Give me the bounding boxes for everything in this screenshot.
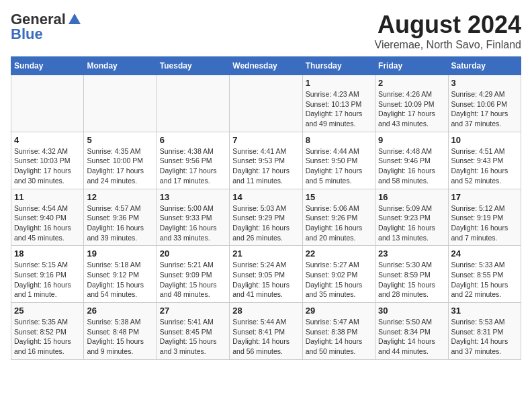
day-info: Sunrise: 5:47 AMSunset: 8:38 PMDaylight:… — [306, 317, 372, 357]
day-info: Sunrise: 5:44 AMSunset: 8:41 PMDaylight:… — [232, 317, 299, 357]
calendar-cell: 2Sunrise: 4:26 AMSunset: 10:09 PMDayligh… — [375, 75, 448, 132]
day-number: 3 — [451, 78, 518, 88]
day-info: Sunrise: 5:00 AMSunset: 9:33 PMDaylight:… — [160, 203, 226, 243]
logo: General Blue — [11, 11, 82, 43]
calendar-cell: 30Sunrise: 5:50 AMSunset: 8:34 PMDayligh… — [375, 303, 448, 360]
day-info: Sunrise: 5:21 AMSunset: 9:09 PMDaylight:… — [160, 260, 226, 300]
day-number: 4 — [14, 135, 81, 145]
day-info: Sunrise: 5:38 AMSunset: 8:48 PMDaylight:… — [87, 317, 153, 357]
calendar-cell: 27Sunrise: 5:41 AMSunset: 8:45 PMDayligh… — [157, 303, 229, 360]
calendar-cell: 28Sunrise: 5:44 AMSunset: 8:41 PMDayligh… — [230, 303, 302, 360]
weekday-header-row: SundayMondayTuesdayWednesdayThursdayFrid… — [11, 57, 521, 75]
page-title: August 2024 — [375, 11, 521, 39]
day-info: Sunrise: 5:30 AMSunset: 8:59 PMDaylight:… — [378, 260, 445, 300]
logo-blue: Blue — [11, 26, 43, 43]
day-number: 1 — [306, 78, 372, 88]
calendar-cell: 25Sunrise: 5:35 AMSunset: 8:52 PMDayligh… — [11, 303, 84, 360]
calendar-cell: 5Sunrise: 4:35 AMSunset: 10:00 PMDayligh… — [84, 132, 157, 189]
calendar-week-row: 1Sunrise: 4:23 AMSunset: 10:13 PMDayligh… — [11, 75, 521, 132]
weekday-header-sunday: Sunday — [11, 57, 84, 75]
calendar-cell — [230, 75, 302, 132]
calendar-cell: 9Sunrise: 4:48 AMSunset: 9:46 PMDaylight… — [375, 132, 448, 189]
calendar-cell: 15Sunrise: 5:06 AMSunset: 9:26 PMDayligh… — [302, 189, 375, 246]
day-info: Sunrise: 4:26 AMSunset: 10:09 PMDaylight… — [378, 89, 445, 129]
calendar-cell: 13Sunrise: 5:00 AMSunset: 9:33 PMDayligh… — [157, 189, 229, 246]
calendar-cell: 17Sunrise: 5:12 AMSunset: 9:19 PMDayligh… — [448, 189, 521, 246]
day-info: Sunrise: 4:23 AMSunset: 10:13 PMDaylight… — [306, 89, 372, 129]
calendar-cell: 23Sunrise: 5:30 AMSunset: 8:59 PMDayligh… — [375, 246, 448, 303]
svg-marker-0 — [69, 13, 81, 24]
calendar-cell: 22Sunrise: 5:27 AMSunset: 9:02 PMDayligh… — [302, 246, 375, 303]
day-info: Sunrise: 4:35 AMSunset: 10:00 PMDaylight… — [87, 146, 153, 186]
day-number: 21 — [232, 248, 299, 259]
day-number: 24 — [451, 248, 518, 259]
day-number: 30 — [378, 306, 445, 316]
day-info: Sunrise: 5:18 AMSunset: 9:12 PMDaylight:… — [87, 260, 153, 300]
day-info: Sunrise: 5:12 AMSunset: 9:19 PMDaylight:… — [451, 203, 518, 243]
calendar-cell: 3Sunrise: 4:29 AMSunset: 10:06 PMDayligh… — [448, 75, 521, 132]
day-number: 9 — [378, 135, 445, 145]
day-number: 20 — [160, 248, 226, 259]
calendar-cell: 29Sunrise: 5:47 AMSunset: 8:38 PMDayligh… — [302, 303, 375, 360]
day-info: Sunrise: 5:09 AMSunset: 9:23 PMDaylight:… — [378, 203, 445, 243]
day-number: 12 — [87, 192, 153, 202]
calendar-cell: 1Sunrise: 4:23 AMSunset: 10:13 PMDayligh… — [302, 75, 375, 132]
day-number: 5 — [87, 135, 153, 145]
weekday-header-saturday: Saturday — [448, 57, 521, 75]
calendar-cell: 11Sunrise: 4:54 AMSunset: 9:40 PMDayligh… — [11, 189, 84, 246]
calendar-cell: 20Sunrise: 5:21 AMSunset: 9:09 PMDayligh… — [157, 246, 229, 303]
calendar-cell: 12Sunrise: 4:57 AMSunset: 9:36 PMDayligh… — [84, 189, 157, 246]
calendar-cell — [11, 75, 84, 132]
weekday-header-tuesday: Tuesday — [157, 57, 229, 75]
calendar-cell: 8Sunrise: 4:44 AMSunset: 9:50 PMDaylight… — [302, 132, 375, 189]
day-number: 6 — [160, 135, 226, 145]
day-number: 14 — [232, 192, 299, 202]
calendar-week-row: 18Sunrise: 5:15 AMSunset: 9:16 PMDayligh… — [11, 246, 521, 303]
calendar-cell: 6Sunrise: 4:38 AMSunset: 9:56 PMDaylight… — [157, 132, 229, 189]
day-number: 17 — [451, 192, 518, 202]
day-number: 19 — [87, 248, 153, 259]
day-info: Sunrise: 5:50 AMSunset: 8:34 PMDaylight:… — [378, 317, 445, 357]
day-info: Sunrise: 5:24 AMSunset: 9:05 PMDaylight:… — [232, 260, 299, 300]
calendar-week-row: 11Sunrise: 4:54 AMSunset: 9:40 PMDayligh… — [11, 189, 521, 246]
day-info: Sunrise: 4:48 AMSunset: 9:46 PMDaylight:… — [378, 146, 445, 186]
weekday-header-friday: Friday — [375, 57, 448, 75]
day-number: 31 — [451, 306, 518, 316]
day-number: 2 — [378, 78, 445, 88]
day-number: 25 — [14, 306, 81, 316]
day-number: 22 — [306, 248, 372, 259]
day-info: Sunrise: 4:57 AMSunset: 9:36 PMDaylight:… — [87, 203, 153, 243]
weekday-header-thursday: Thursday — [302, 57, 375, 75]
day-info: Sunrise: 5:03 AMSunset: 9:29 PMDaylight:… — [232, 203, 299, 243]
day-info: Sunrise: 4:44 AMSunset: 9:50 PMDaylight:… — [306, 146, 372, 186]
calendar-cell: 26Sunrise: 5:38 AMSunset: 8:48 PMDayligh… — [84, 303, 157, 360]
weekday-header-wednesday: Wednesday — [230, 57, 302, 75]
weekday-header-monday: Monday — [84, 57, 157, 75]
logo-icon — [67, 12, 82, 27]
calendar-cell: 10Sunrise: 4:51 AMSunset: 9:43 PMDayligh… — [448, 132, 521, 189]
day-info: Sunrise: 5:06 AMSunset: 9:26 PMDaylight:… — [306, 203, 372, 243]
calendar-table: SundayMondayTuesdayWednesdayThursdayFrid… — [11, 56, 521, 360]
calendar-cell: 16Sunrise: 5:09 AMSunset: 9:23 PMDayligh… — [375, 189, 448, 246]
day-number: 16 — [378, 192, 445, 202]
calendar-cell: 7Sunrise: 4:41 AMSunset: 9:53 PMDaylight… — [230, 132, 302, 189]
day-info: Sunrise: 4:41 AMSunset: 9:53 PMDaylight:… — [232, 146, 299, 186]
day-info: Sunrise: 5:41 AMSunset: 8:45 PMDaylight:… — [160, 317, 226, 357]
calendar-week-row: 4Sunrise: 4:32 AMSunset: 10:03 PMDayligh… — [11, 132, 521, 189]
day-number: 18 — [14, 248, 81, 259]
day-info: Sunrise: 4:29 AMSunset: 10:06 PMDaylight… — [451, 89, 518, 129]
calendar-cell — [157, 75, 229, 132]
day-info: Sunrise: 4:51 AMSunset: 9:43 PMDaylight:… — [451, 146, 518, 186]
day-info: Sunrise: 5:53 AMSunset: 8:31 PMDaylight:… — [451, 317, 518, 357]
day-number: 26 — [87, 306, 153, 316]
day-number: 23 — [378, 248, 445, 259]
calendar-cell: 24Sunrise: 5:33 AMSunset: 8:55 PMDayligh… — [448, 246, 521, 303]
calendar-cell: 18Sunrise: 5:15 AMSunset: 9:16 PMDayligh… — [11, 246, 84, 303]
page-subtitle: Vieremae, North Savo, Finland — [375, 39, 521, 51]
day-info: Sunrise: 5:33 AMSunset: 8:55 PMDaylight:… — [451, 260, 518, 300]
calendar-cell: 19Sunrise: 5:18 AMSunset: 9:12 PMDayligh… — [84, 246, 157, 303]
day-info: Sunrise: 4:54 AMSunset: 9:40 PMDaylight:… — [14, 203, 81, 243]
day-info: Sunrise: 4:38 AMSunset: 9:56 PMDaylight:… — [160, 146, 226, 186]
calendar-cell: 14Sunrise: 5:03 AMSunset: 9:29 PMDayligh… — [230, 189, 302, 246]
title-block: August 2024 Vieremae, North Savo, Finlan… — [375, 11, 521, 51]
